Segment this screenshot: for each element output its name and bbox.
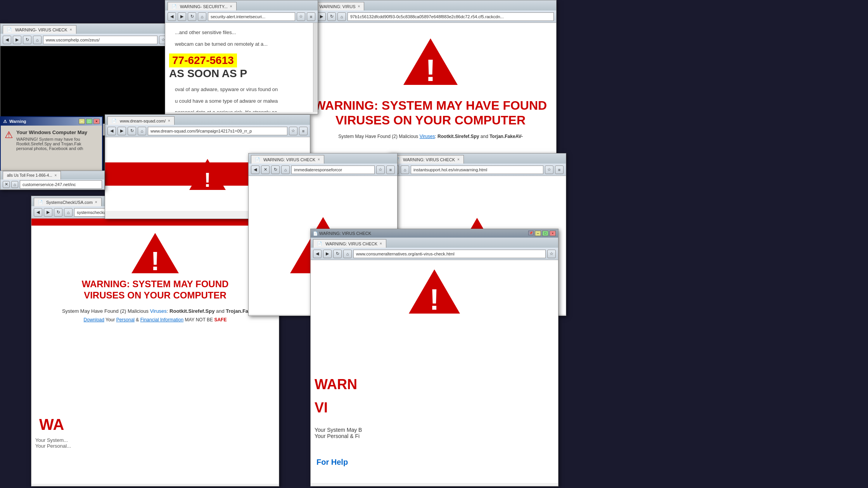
personal-link[interactable]: Personal (116, 317, 135, 322)
reload-button[interactable]: ↻ (23, 36, 31, 44)
tab-close-icon[interactable]: × (358, 4, 360, 9)
home-button[interactable]: ⌂ (138, 127, 146, 135)
minimize-button[interactable]: – (79, 119, 85, 124)
warn-text: WARN (315, 376, 357, 392)
phone-number: 77-627-5613 (169, 53, 237, 67)
tab-bar-uscomp: 📄 WARNING- VIRUS CHECK × (0, 24, 180, 34)
forward-button[interactable]: ▶ (44, 208, 52, 217)
pin-button[interactable]: 📌 (528, 231, 534, 235)
address-bar-warn-bottom[interactable]: www.consumeralternatives.org/anti-virus-… (353, 250, 546, 258)
close-button[interactable]: × (93, 119, 100, 124)
tab-close-icon[interactable]: × (168, 119, 170, 123)
tab-cs[interactable]: alls Us Toll Free 1-866-4... × (3, 171, 61, 179)
tab-close-icon[interactable]: × (95, 200, 97, 204)
star-button[interactable]: ☆ (297, 12, 305, 21)
home-button[interactable]: ⌂ (337, 12, 346, 21)
close-button[interactable]: × (550, 231, 556, 236)
menu-button[interactable]: ≡ (386, 166, 395, 174)
address-bar-dream[interactable]: www.dream-squad.com/9/campaign14217s1=09… (148, 127, 287, 135)
address-bar-uscomp[interactable]: www.uscomphelp.com/zeus/ (43, 36, 157, 44)
security-line2: webcam can be turned on remotely at a... (169, 38, 314, 50)
tab-close-icon[interactable]: × (230, 4, 232, 9)
reload-button[interactable]: ↻ (54, 208, 62, 217)
svg-text:!: ! (151, 246, 160, 275)
tab-close-icon[interactable]: × (70, 28, 72, 32)
address-text: 97b1c56132dfcdd90f93-0c5c8388ca05897e648… (350, 14, 504, 19)
menu-button[interactable]: ≡ (299, 127, 308, 135)
systems-subtext: System May Have Found (2) Malicious Viru… (62, 308, 248, 314)
home-button[interactable]: ⌂ (401, 166, 409, 174)
tab-warn-bottom[interactable]: 📄 WARNING: VIRUS CHECK × (313, 239, 386, 248)
maximize-button[interactable]: □ (542, 231, 548, 236)
star-button[interactable]: ☆ (545, 166, 553, 174)
popup-title-text: Warning (9, 119, 26, 124)
reload-button[interactable]: ↻ (327, 12, 336, 21)
warn-bottom-icon: ! (407, 268, 462, 315)
viruses-link[interactable]: Viruses (150, 308, 167, 314)
tab-instant[interactable]: 📄 WARNING: VIRUS CHECK × (391, 155, 464, 164)
address-text: www.dream-squad.com/9/campaign14217s1=09… (150, 129, 252, 133)
star-button[interactable]: ☆ (547, 250, 556, 258)
reload-button[interactable]: ↻ (128, 127, 136, 135)
home-button[interactable]: ⌂ (11, 181, 18, 188)
star-button[interactable]: ☆ (289, 127, 297, 135)
svg-text:!: ! (429, 283, 439, 315)
home-button[interactable]: ⌂ (198, 12, 206, 21)
content-systems: ! WARNING: SYSTEM MAY FOUNDVIRUSES ON YO… (31, 219, 279, 484)
forward-button[interactable]: ▶ (13, 36, 21, 44)
reload-button[interactable]: ↻ (188, 12, 196, 21)
tab-dream[interactable]: 📄 www.dream-squad.com/ × (107, 116, 175, 125)
your-personal-text: Your Personal... (35, 443, 71, 449)
back-button[interactable]: ◀ (3, 36, 11, 44)
back-button[interactable]: ◀ (251, 166, 259, 174)
forward-button[interactable]: ▶ (178, 12, 186, 21)
stop-button[interactable]: ✕ (261, 166, 270, 174)
home-button[interactable]: ⌂ (343, 250, 352, 258)
back-button[interactable]: ◀ (313, 250, 322, 258)
home-button[interactable]: ⌂ (64, 208, 73, 217)
address-bar-virus-tr[interactable]: 97b1c56132dfcdd90f93-0c5c8388ca05897e648… (348, 12, 554, 21)
content-virus-tr: ! WARNING: SYSTEM MAY HAVE FOUND VIRUSES… (305, 23, 556, 161)
address-bar-cs[interactable]: customerservice-247.net/inc (20, 180, 102, 189)
back-button[interactable]: ◀ (34, 208, 42, 217)
tab-bar-security: 📄 WARNING- SECURITY... × (165, 0, 318, 10)
systems-download-line: Download Your Personal & Financial Infor… (84, 317, 227, 322)
back-button[interactable]: ◀ (168, 12, 176, 21)
star-button[interactable]: ☆ (376, 166, 385, 174)
tab-close-icon[interactable]: × (457, 157, 460, 162)
forward-button[interactable]: ▶ (317, 12, 326, 21)
browser-window-virus-top-right: 📄 WARNING: VIRUS × ◀ ▶ ↻ ⌂ 97b1c56132dfc… (304, 0, 557, 163)
tab-uscomp[interactable]: 📄 WARNING- VIRUS CHECK × (3, 25, 76, 34)
tab-security[interactable]: 📄 WARNING- SECURITY... × (168, 2, 237, 10)
viruses-link[interactable]: Viruses (420, 134, 435, 139)
scrollbar[interactable] (313, 23, 318, 112)
tab-virus-mid[interactable]: 📄 WARNING: VIRUS CHECK × (251, 155, 324, 164)
tab-bar-dream: 📄 www.dream-squad.com/ × (105, 115, 310, 125)
tab-close-icon[interactable]: × (380, 241, 382, 246)
tab-systems[interactable]: 📄 SystemsCheckUSA.com × (34, 198, 102, 206)
toolbar-security: ◀ ▶ ↻ ⌂ security-alert.internetsecuri...… (165, 10, 318, 23)
reload-button[interactable]: ↻ (333, 250, 342, 258)
page-icon: 📄 (7, 28, 12, 32)
menu-button[interactable]: ≡ (555, 166, 564, 174)
back-button[interactable]: ◀ (107, 127, 116, 135)
home-button[interactable]: ⌂ (281, 166, 290, 174)
maximize-button[interactable]: □ (86, 119, 92, 124)
address-bar-security[interactable]: security-alert.internetsecuri... (208, 12, 295, 21)
address-bar-virus-mid[interactable]: immediateresponseforcor (291, 166, 375, 174)
stop-button[interactable]: ✕ (3, 181, 10, 188)
address-bar-instant[interactable]: instantsupport.hol.es/viruswarning.html (411, 166, 543, 174)
menu-button[interactable]: ≡ (307, 12, 315, 21)
popup-titlebar: ⚠ Warning – □ × (1, 117, 102, 126)
warn-bottom-for-help: For Help (315, 458, 350, 467)
home-button[interactable]: ⌂ (33, 36, 41, 44)
forward-button[interactable]: ▶ (118, 127, 126, 135)
tab-label: WARNING: VIRUS CHECK (325, 241, 377, 246)
financial-link[interactable]: Financial Information (140, 317, 183, 322)
tab-close-icon[interactable]: × (55, 173, 57, 178)
minimize-button[interactable]: – (535, 231, 541, 236)
reload-button[interactable]: ↻ (271, 166, 280, 174)
download-link[interactable]: Download (84, 317, 104, 322)
forward-button[interactable]: ▶ (323, 250, 332, 258)
tab-close-icon[interactable]: × (318, 157, 320, 162)
